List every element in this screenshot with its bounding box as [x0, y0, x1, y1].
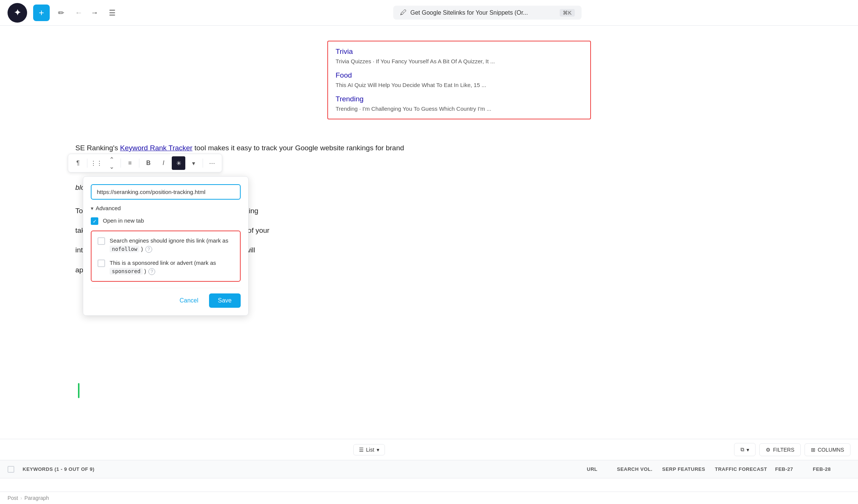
more-btn[interactable]: ⋯: [205, 156, 219, 170]
checkbox-sponsored-label: This is a sponsored link or advert (mark…: [110, 259, 234, 276]
para1-pre: SE Ranking's: [75, 144, 120, 152]
toolbar-divider-3: [139, 159, 139, 168]
drag-btn[interactable]: ⋮⋮: [90, 156, 103, 170]
chevron-down-btn[interactable]: ▾: [187, 156, 200, 170]
breadcrumb-post[interactable]: Post: [8, 495, 18, 501]
th-feb28: FEB-28: [813, 466, 850, 472]
bold-label: B: [146, 160, 151, 166]
search-shortcut: ⌘K: [560, 9, 574, 17]
green-border-indicator: [78, 383, 79, 398]
checkbox-new-tab[interactable]: [91, 217, 98, 225]
serp-item-trivia: Trivia Trivia Quizzes · If You Fancy You…: [336, 47, 583, 65]
para1-link[interactable]: Keyword Rank Tracker: [120, 144, 192, 152]
url-input[interactable]: [91, 184, 241, 200]
drag-icon: ⋮⋮: [90, 160, 102, 167]
th-traffic-forecast: TRAFFIC FORECAST: [715, 466, 775, 472]
link-icon: ✳: [176, 160, 181, 167]
link-btn[interactable]: ✳: [172, 156, 185, 170]
advanced-section: ▾ Advanced Open in new tab Search engine…: [91, 205, 241, 282]
copy-icon: ⧉: [740, 446, 744, 453]
block-toolbar: ¶ ⋮⋮ ⌃⌄ ≡ B I ✳ ▾: [68, 154, 222, 173]
filters-button[interactable]: ⚙ FILTERS: [759, 443, 801, 456]
search-bar-text: Get Google Sitelinks for Your Snippets (…: [411, 9, 528, 16]
checkbox-new-tab-label: Open in new tab: [103, 217, 144, 225]
breadcrumb-paragraph[interactable]: Paragraph: [24, 495, 49, 501]
para1-post: tool makes it easy to track your Google …: [194, 144, 404, 152]
move-icon: ⌃⌄: [109, 156, 114, 170]
list-view-button[interactable]: ☰ List ▾: [353, 444, 385, 455]
serp-item-trending: Trending Trending · I'm Challenging You …: [336, 95, 583, 113]
pen-icon[interactable]: ✏: [56, 6, 67, 20]
table-toolbar: ☰ List ▾ ⧉ ▾ ⚙ FILTERS ⊞ COLUMNS: [0, 439, 858, 460]
move-btn[interactable]: ⌃⌄: [105, 156, 118, 170]
para6-pre: ap: [75, 266, 83, 274]
forward-arrow-icon[interactable]: →: [89, 7, 101, 18]
checkbox-nofollow-label: Search engines should ignore this link (…: [110, 237, 234, 254]
align-btn[interactable]: ≡: [123, 156, 137, 170]
nofollow-badge: nofollow: [110, 246, 139, 252]
checkbox-new-tab-row: Open in new tab: [91, 217, 241, 225]
more-icon: ⋯: [209, 160, 215, 167]
serp-desc-trending: Trending · I'm Challenging You To Guess …: [336, 105, 491, 112]
bold-btn[interactable]: B: [142, 156, 155, 170]
nav-arrows: ← →: [73, 7, 101, 18]
breadcrumb: Post › Paragraph: [0, 492, 858, 504]
filters-label: FILTERS: [773, 447, 794, 453]
th-feb27: FEB-27: [775, 466, 813, 472]
add-icon: +: [39, 8, 44, 18]
logo-button[interactable]: ✦: [8, 3, 27, 23]
cancel-button[interactable]: Cancel: [174, 293, 205, 308]
logo-icon: ✦: [14, 8, 21, 18]
table-header-row: KEYWORDS (1 - 9 OUT OF 9) URL SEARCH VOL…: [0, 460, 858, 478]
paragraph-btn[interactable]: ¶: [71, 156, 85, 170]
advanced-label: Advanced: [96, 205, 121, 211]
th-url: URL: [587, 466, 617, 472]
columns-button[interactable]: ⊞ COLUMNS: [805, 443, 850, 456]
serp-desc-trivia: Trivia Quizzes · If You Fancy Yourself A…: [336, 58, 495, 64]
th-checkbox: [8, 466, 23, 473]
columns-label: COLUMNS: [818, 447, 844, 453]
para3-pre: To: [75, 207, 83, 215]
nofollow-help-icon[interactable]: ?: [145, 246, 152, 253]
th-search-vol: SEARCH VOL.: [617, 466, 662, 472]
add-button[interactable]: +: [33, 5, 50, 21]
serp-link-food[interactable]: Food: [336, 71, 583, 79]
toolbar-divider-1: [87, 159, 87, 168]
list-icon[interactable]: ☰: [107, 7, 118, 19]
checkbox-nofollow[interactable]: [98, 237, 105, 245]
save-button[interactable]: Save: [209, 293, 241, 308]
sponsored-badge: sponsored: [110, 268, 143, 275]
serp-link-trivia[interactable]: Trivia: [336, 47, 583, 56]
bottom-area: ☰ List ▾ ⧉ ▾ ⚙ FILTERS ⊞ COLUMNS KEYWORD: [0, 439, 858, 492]
back-arrow-icon[interactable]: ←: [73, 7, 85, 18]
popup-actions: Cancel Save: [91, 288, 241, 308]
advanced-options-box: Search engines should ignore this link (…: [91, 231, 241, 282]
toolbar-divider-2: [121, 159, 121, 168]
top-bar: ✦ + ✏ ← → ☰ 🖊 Get Google Sitelinks for Y…: [0, 0, 858, 26]
serp-desc-food: This AI Quiz Will Help You Decide What T…: [336, 82, 486, 88]
filter-icon: ⚙: [766, 447, 771, 453]
paragraph-icon: ¶: [76, 160, 80, 166]
italic-label: I: [163, 160, 164, 166]
italic-btn[interactable]: I: [157, 156, 170, 170]
header-checkbox[interactable]: [8, 466, 14, 473]
sponsored-help-icon[interactable]: ?: [148, 268, 155, 275]
search-bar[interactable]: 🖊 Get Google Sitelinks for Your Snippets…: [393, 6, 582, 20]
link-popup: ▾ Advanced Open in new tab Search engine…: [83, 176, 249, 316]
chevron-down-icon: ▾: [192, 160, 195, 167]
serp-preview-box: Trivia Trivia Quizzes · If You Fancy You…: [327, 41, 591, 119]
copy-button[interactable]: ⧉ ▾: [734, 443, 756, 456]
checkbox-sponsored[interactable]: [98, 260, 105, 267]
breadcrumb-separator: ›: [20, 495, 22, 501]
main-content: Trivia Trivia Quizzes · If You Fancy You…: [0, 26, 858, 504]
para5-pre: int: [75, 246, 83, 254]
list-label: List: [366, 447, 374, 453]
chevron-down-icon2: ▾: [377, 447, 379, 453]
toolbar-divider-4: [203, 159, 203, 168]
serp-item-food: Food This AI Quiz Will Help You Decide W…: [336, 71, 583, 89]
chevron-down-icon3: ▾: [747, 447, 749, 453]
th-serp-features: SERP FEATURES: [662, 466, 715, 472]
th-keywords: KEYWORDS (1 - 9 OUT OF 9): [23, 466, 587, 472]
serp-link-trending[interactable]: Trending: [336, 95, 583, 103]
advanced-toggle[interactable]: ▾ Advanced: [91, 205, 241, 211]
